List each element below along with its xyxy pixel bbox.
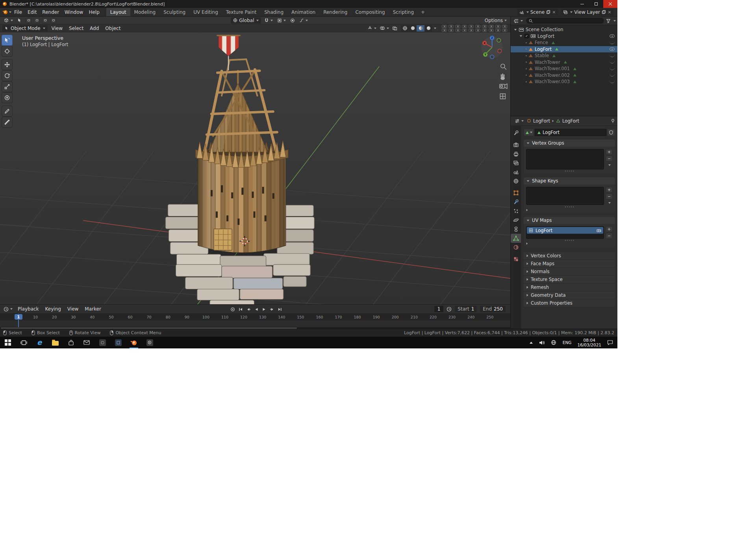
- action-center-button[interactable]: [604, 337, 616, 348]
- breadcrumb-object-name[interactable]: LogFort: [533, 118, 550, 124]
- properties-editor-type-button[interactable]: [513, 118, 525, 124]
- topbar-menu-item[interactable]: Help: [86, 9, 102, 15]
- use-preview-range-icon[interactable]: [447, 307, 452, 312]
- visibility-toggle[interactable]: [610, 47, 615, 51]
- navigation-gizmo[interactable]: Z X Y: [482, 36, 503, 59]
- tab-tool[interactable]: [511, 128, 521, 138]
- visibility-toggle[interactable]: [610, 34, 615, 38]
- visibility-toggle[interactable]: [610, 74, 615, 76]
- outliner-row[interactable]: LogFort: [511, 46, 617, 53]
- tab-material[interactable]: [511, 243, 521, 252]
- collapsed-panel-header[interactable]: Remesh: [524, 284, 615, 291]
- timeline-ruler[interactable]: 1020304050607080901001101201301401501601…: [0, 314, 510, 320]
- tab-scene[interactable]: [511, 168, 521, 177]
- show-gizmo-button[interactable]: [366, 25, 378, 31]
- tab-render[interactable]: [511, 140, 521, 149]
- app-button-7[interactable]: [94, 337, 110, 348]
- tab-object-data[interactable]: [511, 234, 521, 243]
- transform-tool-button[interactable]: [2, 92, 13, 103]
- toggle-x-icon[interactable]: [448, 25, 454, 28]
- network-button[interactable]: [548, 337, 559, 348]
- select-mode-set-icon[interactable]: [26, 18, 32, 23]
- filter-icon[interactable]: [606, 19, 611, 23]
- scale-tool-button[interactable]: [2, 81, 13, 92]
- outliner-row[interactable]: WachTower.002: [511, 72, 617, 79]
- uv-maps-list[interactable]: LogFort: [526, 226, 604, 239]
- disclosure-icon[interactable]: [520, 35, 522, 37]
- cursor-tool-button[interactable]: [2, 46, 13, 57]
- subpanel-toggle[interactable]: [526, 242, 528, 245]
- shading-material-button[interactable]: [417, 25, 424, 32]
- tab-object[interactable]: [511, 188, 521, 197]
- visibility-toggle[interactable]: [610, 41, 615, 44]
- timeline-menu-item[interactable]: Playback: [15, 306, 42, 312]
- shading-options-caret[interactable]: [434, 28, 436, 29]
- toggle-x-icon[interactable]: [475, 25, 480, 28]
- visibility-toggle[interactable]: [610, 80, 615, 83]
- workspace-tab[interactable]: Compositing: [351, 8, 389, 16]
- collapsed-panel-header[interactable]: Vertex Colors: [524, 252, 615, 259]
- toggle-x-icon[interactable]: [448, 29, 454, 32]
- topbar-menu-item[interactable]: File: [11, 9, 25, 15]
- app-button-8[interactable]: [110, 337, 126, 348]
- scene-selector[interactable]: Scene: [517, 9, 558, 15]
- subpanel-toggle[interactable]: [526, 209, 528, 211]
- list-resize-grip[interactable]: [526, 169, 613, 172]
- add-workspace-button[interactable]: +: [418, 9, 428, 15]
- workspace-tab[interactable]: Modeling: [130, 8, 160, 16]
- next-keyframe-button[interactable]: [269, 306, 275, 312]
- toggle-x-icon[interactable]: [502, 25, 507, 28]
- workspace-tab[interactable]: Rendering: [319, 8, 351, 16]
- collapsed-panel-header[interactable]: Normals: [524, 268, 615, 275]
- scene-collection-row[interactable]: Scene Collection: [511, 26, 617, 33]
- add-shape-key-button[interactable]: [606, 187, 613, 193]
- task-view-button[interactable]: [16, 337, 32, 348]
- maximize-button[interactable]: [589, 0, 603, 8]
- viewport-canvas[interactable]: Z X Y User Perspective (: [0, 32, 510, 304]
- visibility-toggle[interactable]: [610, 61, 615, 63]
- show-hidden-icons-button[interactable]: [527, 337, 536, 348]
- measure-tool-button[interactable]: [2, 117, 13, 128]
- jump-to-start-button[interactable]: [237, 306, 243, 312]
- viewport-menu-item[interactable]: View: [48, 26, 66, 31]
- select-box-tool-button[interactable]: [2, 35, 13, 46]
- vertex-group-specials-menu[interactable]: [606, 162, 613, 168]
- mode-dropdown[interactable]: Object Mode: [2, 25, 48, 32]
- proportional-falloff-dropdown[interactable]: [298, 18, 309, 23]
- toggle-x-icon[interactable]: [489, 25, 494, 28]
- toggle-ortho-button[interactable]: [500, 94, 505, 99]
- list-resize-grip[interactable]: [526, 205, 613, 208]
- new-view-layer-icon[interactable]: [602, 10, 606, 14]
- tab-physics[interactable]: [511, 216, 521, 225]
- outliner-row[interactable]: Fence: [511, 39, 617, 46]
- shape-key-specials-menu[interactable]: [606, 200, 613, 205]
- timeline-editor-type-button[interactable]: [2, 306, 14, 312]
- outliner-row[interactable]: Stable: [511, 52, 617, 59]
- topbar-menu-item[interactable]: Window: [62, 9, 86, 15]
- timeline-menu-item[interactable]: View: [64, 306, 82, 312]
- start-button[interactable]: [0, 337, 16, 348]
- proportional-editing-button[interactable]: [289, 18, 296, 23]
- workspace-tab[interactable]: Scripting: [389, 8, 418, 16]
- auto-keying-button[interactable]: [230, 306, 235, 312]
- current-frame-field[interactable]: 1: [434, 306, 444, 312]
- viewport-menu-item[interactable]: Add: [87, 26, 102, 31]
- select-mode-extend-icon[interactable]: [34, 18, 40, 23]
- shape-keys-list[interactable]: [526, 187, 604, 205]
- outliner-row[interactable]: WachTower.003: [511, 78, 617, 85]
- minimize-button[interactable]: [575, 0, 589, 8]
- store-button[interactable]: [63, 337, 79, 348]
- panel-shape-keys-header[interactable]: Shape Keys: [524, 177, 615, 184]
- tab-output[interactable]: [511, 149, 521, 158]
- clock[interactable]: 08:04 16/03/2021: [575, 338, 604, 347]
- language-indicator[interactable]: ENG: [560, 337, 574, 348]
- collection-exclude-checkbox[interactable]: [524, 34, 529, 38]
- tab-particles[interactable]: [511, 207, 521, 216]
- workspace-tab[interactable]: Animation: [287, 8, 319, 16]
- workspace-tab[interactable]: Shading: [260, 8, 287, 16]
- toggle-x-icon[interactable]: [482, 29, 487, 32]
- rotate-tool-button[interactable]: [2, 70, 13, 81]
- jump-to-end-button[interactable]: [277, 306, 283, 312]
- camera-view-button[interactable]: [500, 84, 507, 89]
- remove-uv-map-button[interactable]: [606, 233, 613, 239]
